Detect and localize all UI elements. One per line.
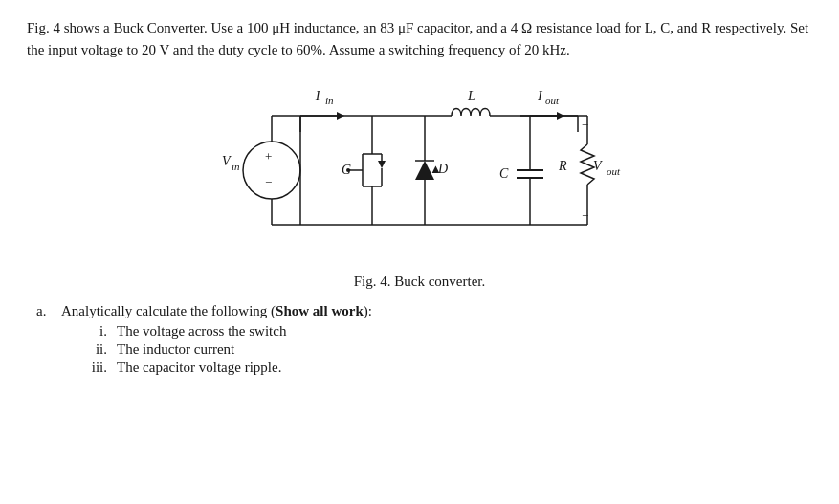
svg-marker-11	[378, 161, 386, 168]
question-a-text: Analytically calculate the following (Sh…	[61, 303, 372, 319]
svg-text:V: V	[222, 154, 232, 168]
svg-text:L: L	[467, 89, 475, 103]
sub-text: The inductor current	[117, 341, 812, 358]
svg-text:C: C	[499, 166, 509, 181]
sub-question-item: ii. The inductor current	[73, 341, 812, 358]
sub-text: The voltage across the switch	[117, 323, 812, 340]
svg-text:R: R	[558, 159, 567, 173]
sub-text: The capacitor voltage ripple.	[117, 360, 812, 376]
intro-text: Fig. 4 shows a Buck Converter. Use a 100…	[27, 20, 808, 57]
sub-question-item: iii. The capacitor voltage ripple.	[73, 360, 812, 376]
svg-text:in: in	[232, 161, 240, 172]
sub-label: iii.	[73, 360, 117, 376]
svg-text:I: I	[537, 89, 543, 103]
intro-paragraph: Fig. 4 shows a Buck Converter. Use a 100…	[27, 17, 812, 62]
svg-text:−: −	[582, 208, 588, 223]
question-a-label: a.	[36, 303, 54, 319]
svg-text:+: +	[265, 149, 272, 164]
circuit-svg: .wire { stroke: #1a1a1a; stroke-width: 1…	[214, 79, 626, 266]
svg-text:out: out	[607, 165, 621, 177]
svg-text:in: in	[325, 95, 334, 106]
sub-question-item: i. The voltage across the switch	[73, 323, 812, 340]
question-a-bold: Show all work	[276, 303, 364, 318]
question-a: a. Analytically calculate the following …	[36, 303, 812, 319]
svg-text:▲: ▲	[430, 162, 442, 176]
sub-label: ii.	[73, 341, 117, 358]
fig-caption: Fig. 4. Buck converter.	[27, 274, 812, 290]
svg-text:V: V	[593, 159, 603, 173]
sub-label: i.	[73, 323, 117, 340]
svg-text:out: out	[545, 95, 560, 106]
svg-text:G: G	[342, 163, 351, 177]
svg-text:−: −	[265, 175, 272, 189]
sub-questions-list: i. The voltage across the switch ii. The…	[73, 323, 812, 376]
questions-section: a. Analytically calculate the following …	[36, 303, 812, 376]
circuit-diagram-container: .wire { stroke: #1a1a1a; stroke-width: 1…	[27, 79, 812, 266]
svg-text:I: I	[314, 89, 320, 103]
